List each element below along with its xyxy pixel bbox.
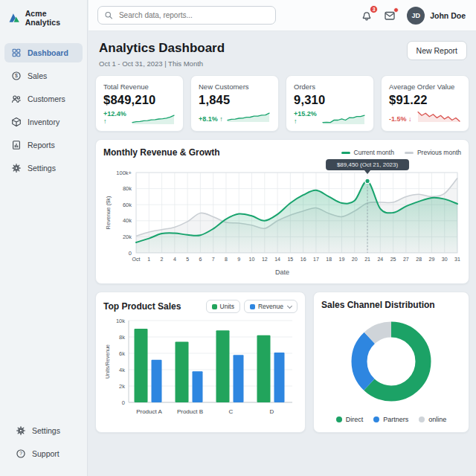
sidebar-item-label: Dashboard xyxy=(28,48,68,57)
legend-item-online: online xyxy=(419,416,446,423)
revenue-bar[interactable] xyxy=(193,371,203,402)
stat-card: Total Revenue$849,210+12.4% ↑ xyxy=(95,75,184,132)
svg-text:9: 9 xyxy=(237,257,240,262)
legend-swatch xyxy=(336,416,342,422)
svg-text:$89,450 (Oct 21, 2023): $89,450 (Oct 21, 2023) xyxy=(337,161,399,168)
svg-text:18: 18 xyxy=(326,257,332,262)
sidebar-item-reports[interactable]: Reports xyxy=(4,135,83,155)
svg-text:100k+: 100k+ xyxy=(116,170,132,176)
sidebar-item-label: Support xyxy=(32,449,60,458)
stat-sparkline xyxy=(416,110,461,123)
stat-label: New Customers xyxy=(199,83,271,91)
sidebar-item-settings[interactable]: Settings xyxy=(4,158,83,178)
svg-text:D: D xyxy=(270,408,274,415)
stat-sparkline xyxy=(226,110,271,123)
svg-text:4k: 4k xyxy=(119,367,125,373)
legend-item-direct: Direct xyxy=(336,416,364,423)
units-bar[interactable] xyxy=(257,335,271,402)
svg-text:$: $ xyxy=(15,73,18,78)
reports-icon xyxy=(11,140,22,150)
legend-label: online xyxy=(428,416,446,423)
revenue-chart-xlabel: Date xyxy=(103,268,461,276)
new-report-button[interactable]: New Report xyxy=(407,41,467,60)
stat-value: $91.22 xyxy=(389,93,461,107)
units-bar[interactable] xyxy=(216,330,230,402)
sidebar-item-dashboard[interactable]: Dashboard xyxy=(4,43,83,62)
search-input[interactable] xyxy=(118,10,269,20)
sidebar-item-inventory[interactable]: Inventory xyxy=(4,112,83,132)
channels-chart-card: Sales Channel Distribution DirectPartner… xyxy=(313,292,469,433)
date-range: Oct 1 - Oct 31, 2023 | This Month xyxy=(99,60,225,68)
channels-chart-title: Sales Channel Distribution xyxy=(321,300,435,310)
revenue-bar[interactable] xyxy=(274,353,285,402)
search-icon xyxy=(104,10,113,20)
stat-value: 1,845 xyxy=(199,93,271,107)
legend-item-previous-month[interactable]: Previous month xyxy=(405,149,461,156)
revenue-chart-title: Monthly Revenue & Growth xyxy=(103,147,220,158)
svg-text:10k: 10k xyxy=(116,318,125,324)
products-chart-card: Top Product Sales UnitsRevenue 02k4k6k8k… xyxy=(95,292,306,433)
legend-label: Partners xyxy=(383,416,408,423)
settings-icon xyxy=(16,425,26,436)
bar-group-d xyxy=(257,335,285,402)
legend-swatch xyxy=(250,304,255,309)
user-menu[interactable]: JD John Doe xyxy=(407,7,466,25)
sidebar-item-sales[interactable]: $Sales xyxy=(4,66,83,86)
sidebar-item-customers[interactable]: Customers xyxy=(4,89,83,109)
legend-item-partners: Partners xyxy=(373,416,408,423)
sidebar-item-label: Inventory xyxy=(28,118,60,126)
svg-text:1: 1 xyxy=(147,257,150,262)
svg-text:20k: 20k xyxy=(123,234,132,240)
page-title: Analytics Dashboard xyxy=(99,41,225,56)
stat-card: Average Order Value$91.22-1.5% ↓ xyxy=(381,75,469,132)
sidebar-item-label: Sales xyxy=(28,71,47,80)
stat-label: Average Order Value xyxy=(389,83,461,91)
notifications-button[interactable]: 3 xyxy=(361,10,373,22)
svg-text:8k: 8k xyxy=(119,334,125,341)
messages-button[interactable] xyxy=(384,10,396,22)
sidebar-item-settings[interactable]: Settings xyxy=(9,421,78,440)
svg-text:Product B: Product B xyxy=(177,408,203,415)
products-chart-legend: UnitsRevenue xyxy=(206,300,298,313)
logo-icon xyxy=(8,11,21,25)
legend-pill-revenue[interactable]: Revenue xyxy=(244,300,298,313)
svg-text:17: 17 xyxy=(313,257,319,262)
inventory-icon xyxy=(11,117,22,127)
units-bar[interactable] xyxy=(135,329,148,402)
svg-text:10: 10 xyxy=(249,257,255,262)
series-current-month xyxy=(136,181,457,253)
stat-value: $849,210 xyxy=(103,93,176,107)
legend-item-current-month[interactable]: Current month xyxy=(341,149,394,156)
svg-text:7: 7 xyxy=(212,257,215,262)
revenue-bar[interactable] xyxy=(152,360,162,402)
svg-text:20: 20 xyxy=(352,257,358,262)
svg-text:C: C xyxy=(229,408,234,415)
stat-change: +15.2% ↑ xyxy=(294,110,321,125)
svg-text:60k: 60k xyxy=(123,202,132,208)
svg-text:2: 2 xyxy=(161,257,164,262)
search-box[interactable] xyxy=(97,6,276,25)
svg-text:0: 0 xyxy=(129,250,132,257)
units-bar[interactable] xyxy=(176,342,189,402)
legend-swatch xyxy=(405,152,414,154)
products-chart-title: Top Product Sales xyxy=(103,301,181,312)
svg-text:29: 29 xyxy=(429,257,435,262)
sidebar-item-support[interactable]: ?Support xyxy=(9,444,78,463)
sales-icon: $ xyxy=(11,71,22,81)
legend-label: Previous month xyxy=(417,149,461,156)
highlighted-point[interactable] xyxy=(365,178,370,183)
svg-text:16: 16 xyxy=(300,257,306,262)
stat-label: Total Revenue xyxy=(103,83,176,91)
chevron-down-icon xyxy=(287,303,292,308)
stat-change: +12.4% ↑ xyxy=(103,110,131,125)
channels-chart-legend: DirectPartnersonline xyxy=(321,416,461,425)
topbar: 3 JD John Doe xyxy=(89,0,476,31)
sidebar-item-label: Customers xyxy=(28,94,65,103)
customers-icon xyxy=(11,94,22,104)
stats-row: Total Revenue$849,210+12.4% ↑New Custome… xyxy=(95,75,469,132)
stat-sparkline xyxy=(131,112,176,125)
revenue-bar[interactable] xyxy=(234,355,244,402)
svg-text:14: 14 xyxy=(274,257,280,262)
user-name: John Doe xyxy=(430,11,466,20)
legend-pill-units[interactable]: Units xyxy=(206,300,240,313)
